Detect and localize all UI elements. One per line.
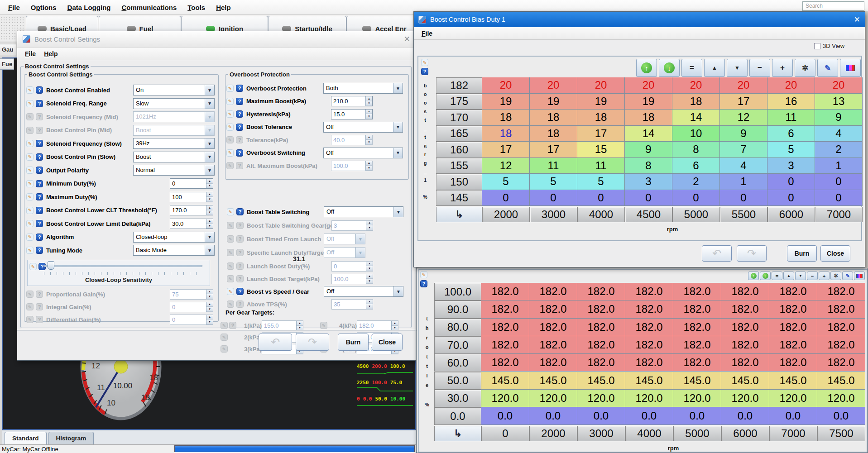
axis-swap-button[interactable]: ↳ xyxy=(434,426,481,441)
table-cell[interactable]: 18 xyxy=(530,110,577,126)
table-cell[interactable]: 9 xyxy=(720,126,767,142)
toolbar-decrease-all-button[interactable]: ▼ xyxy=(795,272,806,280)
table-cell[interactable]: 6 xyxy=(767,126,815,142)
row-header-cell[interactable]: 145 xyxy=(436,190,482,206)
table-cell[interactable]: 1 xyxy=(720,174,767,190)
table-cell[interactable]: 20 xyxy=(625,77,672,94)
table-cell[interactable]: 182.0 xyxy=(673,354,721,372)
table-cell[interactable]: 182.0 xyxy=(673,336,721,354)
dropdown-overboost-switching[interactable]: Off▼ xyxy=(323,148,403,158)
table-cell[interactable]: 18 xyxy=(577,110,625,126)
table-cell[interactable]: 145.0 xyxy=(577,372,625,390)
table-cell[interactable]: 182.0 xyxy=(577,336,625,354)
row-header-cell[interactable]: 170 xyxy=(436,110,482,126)
chevron-down-icon[interactable]: ▼ xyxy=(205,85,214,95)
toolbar-subtract-button[interactable]: − xyxy=(749,59,770,77)
row-header-cell[interactable]: 165 xyxy=(436,126,482,142)
row-header-cell[interactable]: 60.0 xyxy=(434,354,481,372)
spinner-buttons[interactable]: ▲▼ xyxy=(206,192,213,202)
spinner-buttons[interactable]: ▲▼ xyxy=(365,96,372,106)
help-icon[interactable]: ? xyxy=(236,98,243,105)
table-cell[interactable]: 145.0 xyxy=(673,372,721,390)
col-header-cell[interactable]: 4000 xyxy=(625,426,673,441)
dropdown-output-polarity[interactable]: Normal▼ xyxy=(133,165,215,176)
close-icon[interactable]: ✕ xyxy=(404,35,410,43)
table-cell[interactable]: 0 xyxy=(767,174,815,190)
chevron-down-icon[interactable]: ▼ xyxy=(393,286,403,296)
table-cell[interactable]: 182.0 xyxy=(529,319,577,336)
dialog-titlebar[interactable]: Boost Control Setings ✕ xyxy=(17,31,416,48)
help-icon[interactable]: ? xyxy=(236,149,243,157)
table-cell[interactable]: 2 xyxy=(815,142,863,158)
table-cell[interactable]: 182.0 xyxy=(625,283,673,300)
dropdown-solenoid-freq-range[interactable]: Slow▼ xyxy=(133,98,215,109)
col-header-cell[interactable]: 2000 xyxy=(482,207,530,222)
help-icon[interactable]: ? xyxy=(36,153,43,161)
dropdown-boost-control-enabled[interactable]: On▼ xyxy=(133,85,215,95)
help-icon[interactable]: ? xyxy=(36,193,43,200)
row-header-cell[interactable]: 90.0 xyxy=(434,300,481,318)
table-cell[interactable]: 182.0 xyxy=(673,283,721,300)
chevron-down-icon[interactable]: ▼ xyxy=(205,138,214,148)
table-cell[interactable]: 0 xyxy=(672,190,720,206)
window-titlebar[interactable]: Boost Control Bias Duty 1 ✕ xyxy=(414,12,865,27)
toolbar-move-up-button[interactable]: ↑ xyxy=(748,272,759,280)
row-header-cell[interactable]: 175 xyxy=(436,94,482,110)
table-cell[interactable]: 0.0 xyxy=(481,407,529,425)
table-cell[interactable]: 20 xyxy=(482,77,530,94)
toolbar-increase-all-button[interactable]: ▲ xyxy=(704,59,725,77)
table-cell[interactable]: 12 xyxy=(482,158,530,174)
table-cell[interactable]: 19 xyxy=(530,94,577,110)
table-cell[interactable]: 9 xyxy=(625,142,672,158)
table-cell[interactable]: 182.0 xyxy=(577,283,625,300)
table-cell[interactable]: 182.0 xyxy=(529,354,577,372)
row-header-cell[interactable]: 30.0 xyxy=(434,390,481,407)
toolbar-add-button[interactable]: + xyxy=(819,272,830,280)
table-cell[interactable]: 0 xyxy=(815,190,863,206)
toolbar-multiply-button[interactable]: ✲ xyxy=(795,59,815,77)
toolbar-set-equal-button[interactable]: = xyxy=(772,272,782,280)
burn-button[interactable]: Burn xyxy=(338,334,369,351)
row-header-cell[interactable]: 150 xyxy=(436,174,482,190)
edit-note-icon[interactable]: ✎ xyxy=(226,110,234,118)
chevron-down-icon[interactable]: ▼ xyxy=(205,152,214,162)
table-cell[interactable]: 4 xyxy=(720,158,767,174)
dropdown-boost-table-switching[interactable]: Off▼ xyxy=(324,206,403,217)
spinner-up-icon[interactable]: ▲ xyxy=(366,110,372,114)
table-cell[interactable]: 182.0 xyxy=(769,319,817,336)
table-cell[interactable]: 9 xyxy=(815,110,863,126)
spinner-up-icon[interactable]: ▲ xyxy=(206,192,213,197)
menu-item-communications[interactable]: Communications xyxy=(117,1,181,14)
table-cell[interactable]: 182.0 xyxy=(625,354,673,372)
help-icon[interactable]: ? xyxy=(36,180,43,187)
table-cell[interactable]: 5 xyxy=(482,174,530,190)
table-cell[interactable]: 182.0 xyxy=(721,300,769,318)
table-cell[interactable]: 145.0 xyxy=(721,372,769,390)
table-cell[interactable]: 4 xyxy=(815,126,863,142)
table-cell[interactable]: 5 xyxy=(577,174,625,190)
dashboard-tab-histogram[interactable]: Histogram xyxy=(48,432,94,444)
table-cell[interactable]: 182.0 xyxy=(529,300,577,318)
table-cell[interactable]: 11 xyxy=(577,158,625,174)
col-header-cell[interactable]: 2000 xyxy=(529,426,577,441)
spinner-down-icon[interactable]: ▼ xyxy=(366,114,372,119)
help-icon[interactable]: ? xyxy=(36,167,43,174)
help-icon[interactable]: ? xyxy=(236,208,244,215)
toolbar-edit-cell-button[interactable]: ✎ xyxy=(842,272,853,280)
chevron-down-icon[interactable]: ▼ xyxy=(205,165,214,175)
edit-note-icon[interactable]: ✎ xyxy=(227,288,234,295)
menu-item-options[interactable]: Options xyxy=(26,1,61,14)
table-cell[interactable]: 120.0 xyxy=(577,390,625,407)
row-header-cell[interactable]: 0.0 xyxy=(434,407,481,425)
close-button[interactable]: Close xyxy=(820,245,850,262)
spinner-hysteresis-kpa[interactable]: 15.0▲▼ xyxy=(331,109,373,119)
dashboard-tab-standard[interactable]: Standard xyxy=(5,432,47,444)
toolbar-move-down-button[interactable]: ↓ xyxy=(760,272,771,280)
table-cell[interactable]: 0.0 xyxy=(673,407,721,425)
view-3d-toggle[interactable]: 3D View xyxy=(814,43,844,49)
col-header-cell[interactable]: 7000 xyxy=(769,426,817,441)
col-header-cell[interactable]: 5000 xyxy=(673,426,721,441)
help-icon[interactable]: ? xyxy=(36,100,43,107)
table-cell[interactable]: 20 xyxy=(720,77,767,94)
table-cell[interactable]: 8 xyxy=(625,158,672,174)
